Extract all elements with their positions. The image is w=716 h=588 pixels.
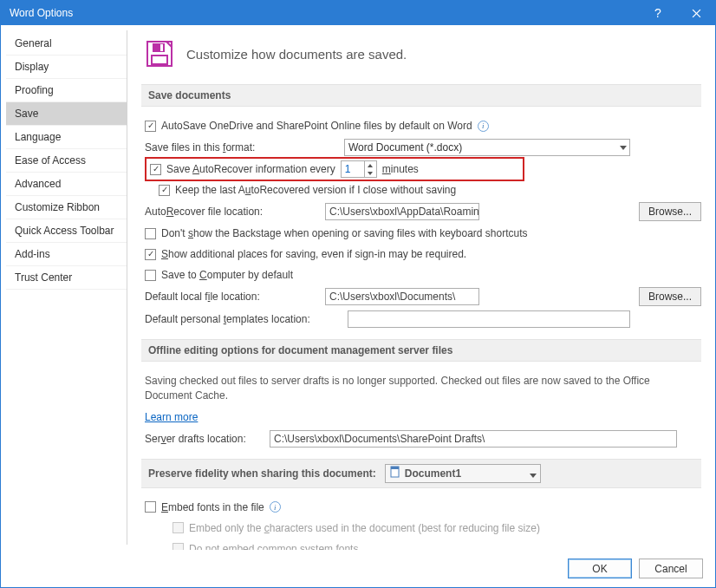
svg-rect-5 (160, 44, 163, 51)
row-no-common: Do not embed common system fonts (141, 539, 701, 550)
close-icon (692, 9, 701, 18)
section-save-documents: Save documents (141, 84, 701, 107)
close-button[interactable] (677, 1, 715, 25)
section-offline: Offline editing options for document man… (141, 339, 701, 362)
row-dont-show-backstage: Don't show the Backstage when opening or… (141, 223, 701, 244)
input-server-drafts[interactable]: C:\Users\xboxl\Documents\SharePoint Draf… (270, 430, 677, 448)
checkbox-show-additional[interactable] (145, 249, 156, 260)
row-autosave-default: AutoSave OneDrive and SharePoint Online … (141, 115, 701, 136)
checkbox-no-common (172, 543, 184, 550)
offline-para: Saving checked out files to server draft… (141, 370, 701, 407)
sidebar-item-label: Display (15, 61, 49, 73)
dropdown-preserve-document[interactable]: Document1 (385, 464, 541, 483)
sidebar-item-trust-center[interactable]: Trust Center (6, 266, 127, 290)
sidebar-item-label: Customize Ribbon (15, 201, 100, 213)
label-show-additional: Show additional places for saving, even … (161, 248, 466, 260)
checkbox-autorecover[interactable] (150, 164, 161, 175)
sidebar-item-general[interactable]: General (6, 32, 127, 56)
input-default-templates[interactable] (348, 310, 630, 328)
sidebar-item-label: General (15, 37, 52, 49)
sidebar-item-advanced[interactable]: Advanced (6, 173, 127, 196)
svg-marker-12 (530, 474, 537, 478)
sidebar-item-label: Proofing (15, 84, 54, 96)
sidebar-item-label: Ease of Access (15, 154, 86, 167)
checkbox-dont-show-backstage[interactable] (145, 228, 156, 239)
checkbox-autosave-default[interactable] (145, 121, 156, 132)
main-panel: Customize how documents are saved. Save … (127, 25, 715, 550)
checkbox-keep-last[interactable] (159, 185, 170, 196)
row-embed-chars: Embed only the characters used in the do… (141, 518, 701, 539)
row-server-drafts: Server drafts location: C:\Users\xboxl\D… (141, 428, 701, 450)
chevron-down-icon (530, 470, 537, 482)
sidebar-item-quick-access-toolbar[interactable]: Quick Access Toolbar (6, 219, 127, 243)
row-embed-fonts: Embed fonts in the file i (141, 497, 701, 518)
spinner-arrows[interactable] (364, 161, 376, 177)
chevron-down-icon[interactable] (365, 169, 376, 177)
sidebar-item-customize-ribbon[interactable]: Customize Ribbon (6, 196, 127, 219)
sidebar-item-ease-of-access[interactable]: Ease of Access (6, 149, 127, 173)
label-no-common: Do not embed common system fonts (189, 543, 358, 550)
link-learn-more[interactable]: Learn more (145, 411, 198, 423)
help-button[interactable]: ? (639, 1, 677, 25)
dialog-body: General Display Proofing Save Language E… (1, 25, 715, 550)
spinner-autorecover-minutes[interactable]: 1 (341, 160, 377, 178)
sidebar-item-label: Add-ins (15, 248, 50, 260)
checkbox-embed-fonts[interactable] (145, 501, 156, 513)
svg-rect-6 (152, 56, 167, 64)
svg-marker-9 (368, 172, 373, 175)
dropdown-value: Document1 (405, 467, 461, 480)
input-ar-location[interactable]: C:\Users\xboxl\AppData\Roaming\Microsoft… (325, 203, 479, 220)
category-sidebar: General Display Proofing Save Language E… (6, 30, 127, 545)
label-save-format: Save files in this format: (145, 141, 337, 154)
sidebar-item-language[interactable]: Language (6, 126, 127, 149)
label-default-local: Default local file location: (145, 291, 318, 303)
page-hero: Customize how documents are saved. (141, 34, 701, 81)
sidebar-item-display[interactable]: Display (6, 56, 127, 79)
word-options-dialog: Word Options ? General Display Proofing … (0, 0, 716, 588)
window-title: Word Options (10, 7, 639, 19)
document-icon (389, 466, 401, 480)
label-default-templates: Default personal templates location: (145, 313, 341, 325)
label-embed-chars: Embed only the characters used in the do… (189, 522, 540, 534)
browse-default-local-button[interactable]: Browse... (639, 287, 701, 306)
row-autorecover: Save AutoRecover information every 1 min… (141, 159, 701, 180)
sidebar-item-label: Advanced (15, 178, 61, 190)
row-save-format: Save files in this format: Word Document… (141, 136, 701, 159)
info-icon[interactable]: i (270, 501, 281, 513)
chevron-up-icon[interactable] (365, 161, 376, 169)
info-icon[interactable]: i (478, 121, 489, 132)
page-subtitle: Customize how documents are saved. (186, 47, 407, 62)
sidebar-item-save[interactable]: Save (6, 102, 127, 126)
sidebar-item-label: Trust Center (15, 271, 72, 284)
row-default-templates: Default personal templates location: (141, 308, 701, 330)
titlebar: Word Options ? (1, 1, 715, 25)
checkbox-embed-chars (172, 522, 184, 533)
ok-button[interactable]: OK (568, 559, 632, 578)
svg-rect-11 (391, 467, 399, 469)
cancel-button[interactable]: Cancel (639, 559, 703, 578)
section-preserve-label: Preserve fidelity when sharing this docu… (148, 467, 376, 480)
svg-marker-7 (620, 146, 627, 150)
browse-ar-location-button[interactable]: Browse... (639, 202, 701, 221)
dialog-footer: OK Cancel (1, 550, 715, 587)
dropdown-value: Word Document (*.docx) (348, 141, 462, 154)
sidebar-item-label: Language (15, 131, 61, 143)
label-autosave-default: AutoSave OneDrive and SharePoint Online … (161, 120, 472, 132)
input-default-local[interactable]: C:\Users\xboxl\Documents\ (325, 288, 479, 305)
label-server-drafts: Server drafts location: (145, 433, 263, 445)
save-disk-icon (145, 39, 174, 69)
sidebar-item-label: Quick Access Toolbar (15, 225, 114, 237)
sidebar-item-add-ins[interactable]: Add-ins (6, 243, 127, 266)
label-ar-location: AutoRecover file location: (145, 206, 318, 218)
sidebar-item-proofing[interactable]: Proofing (6, 79, 127, 102)
row-show-additional: Show additional places for saving, even … (141, 244, 701, 265)
spinner-value: 1 (342, 163, 364, 175)
label-autorecover-pre: Save AutoRecover information every (166, 163, 335, 175)
row-learn-more: Learn more (141, 407, 701, 428)
section-preserve: Preserve fidelity when sharing this docu… (141, 459, 701, 488)
row-keep-last: Keep the last AutoRecovered version if I… (141, 180, 701, 200)
label-embed-fonts: Embed fonts in the file (161, 501, 264, 513)
label-keep-last: Keep the last AutoRecovered version if I… (175, 184, 456, 196)
dropdown-save-format[interactable]: Word Document (*.docx) (344, 139, 630, 156)
checkbox-save-computer[interactable] (145, 270, 156, 281)
